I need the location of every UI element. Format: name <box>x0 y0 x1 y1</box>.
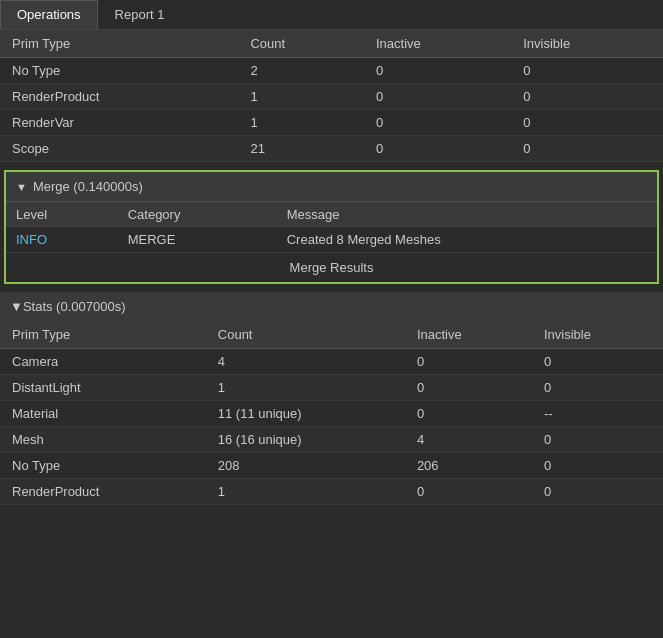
table-cell: 0 <box>532 427 663 453</box>
table-cell: 0 <box>364 58 511 84</box>
table-cell: RenderProduct <box>0 84 238 110</box>
table-row: Mesh16 (16 unique)40 <box>0 427 663 453</box>
table-cell: 0 <box>511 136 663 162</box>
table-cell: 0 <box>405 479 532 505</box>
table-cell: DistantLight <box>0 375 206 401</box>
table-cell: Camera <box>0 349 206 375</box>
log-header-row: Level Category Message <box>6 202 657 228</box>
table-row: RenderProduct100 <box>0 84 663 110</box>
table-row: No Type2082060 <box>0 453 663 479</box>
stats-col-invisible: Invisible <box>532 321 663 349</box>
merge-log-table: Level Category Message INFO MERGE Create… <box>6 201 657 252</box>
table-cell: 0 <box>532 349 663 375</box>
tab-operations[interactable]: Operations <box>0 0 98 29</box>
table-cell: 206 <box>405 453 532 479</box>
table-cell: 0 <box>532 375 663 401</box>
table-row: DistantLight100 <box>0 375 663 401</box>
merge-section-title: Merge (0.140000s) <box>33 179 143 194</box>
table-cell: 0 <box>405 349 532 375</box>
stats-col-inactive: Inactive <box>405 321 532 349</box>
table-cell: 1 <box>238 84 364 110</box>
stats-col-prim-type: Prim Type <box>0 321 206 349</box>
table-cell: 21 <box>238 136 364 162</box>
stats-header-row: Prim Type Count Inactive Invisible <box>0 321 663 349</box>
table-cell: 0 <box>364 84 511 110</box>
log-col-category: Category <box>118 202 277 228</box>
table-row: No Type200 <box>0 58 663 84</box>
table-cell: 1 <box>206 375 405 401</box>
stats-section-title: Stats (0.007000s) <box>23 299 126 314</box>
col-inactive: Inactive <box>364 30 511 58</box>
merge-section-header[interactable]: ▼ Merge (0.140000s) <box>6 172 657 201</box>
top-table-section: Prim Type Count Inactive Invisible No Ty… <box>0 30 663 162</box>
table-cell: 208 <box>206 453 405 479</box>
table-cell: 0 <box>511 84 663 110</box>
table-cell: 16 (16 unique) <box>206 427 405 453</box>
tab-report1[interactable]: Report 1 <box>98 0 182 29</box>
stats-col-count: Count <box>206 321 405 349</box>
stats-section: ▼ Stats (0.007000s) Prim Type Count Inac… <box>0 292 663 505</box>
log-row: INFO MERGE Created 8 Merged Meshes <box>6 227 657 252</box>
merge-results-button[interactable]: Merge Results <box>6 252 657 282</box>
table-cell: 0 <box>532 479 663 505</box>
table-cell: 2 <box>238 58 364 84</box>
table-cell: 1 <box>238 110 364 136</box>
merge-arrow-icon: ▼ <box>16 181 27 193</box>
log-category: MERGE <box>118 227 277 252</box>
table-cell: 0 <box>511 58 663 84</box>
table-cell: No Type <box>0 58 238 84</box>
stats-section-header[interactable]: ▼ Stats (0.007000s) <box>0 292 663 321</box>
merge-section: ▼ Merge (0.140000s) Level Category Messa… <box>4 170 659 284</box>
table-cell: 4 <box>405 427 532 453</box>
table-cell: No Type <box>0 453 206 479</box>
table-cell: RenderProduct <box>0 479 206 505</box>
main-content[interactable]: Prim Type Count Inactive Invisible No Ty… <box>0 30 663 635</box>
table-cell: 0 <box>364 110 511 136</box>
top-table-header-row: Prim Type Count Inactive Invisible <box>0 30 663 58</box>
table-cell: 1 <box>206 479 405 505</box>
log-col-message: Message <box>277 202 657 228</box>
stats-table: Prim Type Count Inactive Invisible Camer… <box>0 321 663 505</box>
top-table: Prim Type Count Inactive Invisible No Ty… <box>0 30 663 162</box>
table-cell: 0 <box>532 453 663 479</box>
col-count: Count <box>238 30 364 58</box>
table-row: RenderProduct100 <box>0 479 663 505</box>
table-row: RenderVar100 <box>0 110 663 136</box>
log-col-level: Level <box>6 202 118 228</box>
table-cell: RenderVar <box>0 110 238 136</box>
log-level: INFO <box>6 227 118 252</box>
table-cell: Scope <box>0 136 238 162</box>
table-cell: 0 <box>405 375 532 401</box>
tab-bar: Operations Report 1 <box>0 0 663 30</box>
stats-arrow-icon: ▼ <box>10 299 23 314</box>
table-cell: -- <box>532 401 663 427</box>
table-row: Camera400 <box>0 349 663 375</box>
col-prim-type: Prim Type <box>0 30 238 58</box>
table-cell: Material <box>0 401 206 427</box>
log-message: Created 8 Merged Meshes <box>277 227 657 252</box>
table-cell: 11 (11 unique) <box>206 401 405 427</box>
table-row: Material11 (11 unique)0-- <box>0 401 663 427</box>
table-cell: Mesh <box>0 427 206 453</box>
table-cell: 0 <box>405 401 532 427</box>
table-cell: 4 <box>206 349 405 375</box>
table-cell: 0 <box>511 110 663 136</box>
table-row: Scope2100 <box>0 136 663 162</box>
table-cell: 0 <box>364 136 511 162</box>
col-invisible: Invisible <box>511 30 663 58</box>
